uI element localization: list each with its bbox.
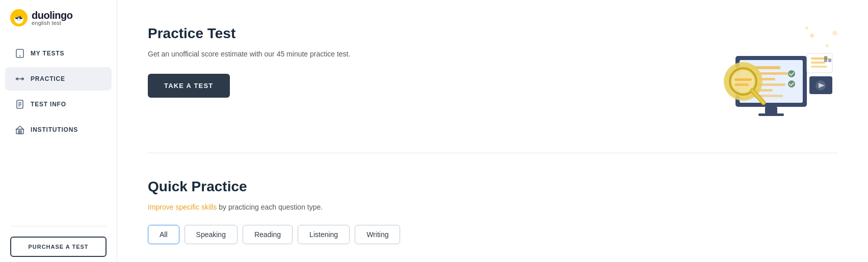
sidebar-item-practice-label: PRACTICE (31, 75, 65, 82)
logo-text: duolingo english test (32, 10, 72, 26)
quick-practice-title: Quick Practice (148, 179, 837, 195)
logo-name: duolingo (32, 10, 72, 20)
svg-rect-57 (828, 59, 831, 62)
logo-subtitle: english test (32, 20, 72, 26)
svg-point-39 (788, 70, 795, 77)
quick-practice-section: Quick Practice Improve specific skills b… (148, 179, 837, 244)
filter-btn-writing[interactable]: Writing (355, 225, 400, 244)
svg-rect-15 (22, 77, 23, 80)
quick-practice-highlight: Improve specific skills (148, 203, 217, 211)
tablet-icon (15, 49, 24, 58)
svg-point-40 (788, 80, 795, 88)
svg-rect-48 (734, 83, 749, 86)
sidebar-item-practice[interactable]: PRACTICE (5, 67, 112, 91)
practice-test-illustration (685, 25, 837, 127)
svg-rect-55 (811, 66, 827, 68)
practice-test-description: Get an unofficial score estimate with ou… (148, 49, 350, 60)
svg-rect-13 (23, 78, 24, 80)
institution-icon (15, 125, 24, 134)
dumbbell-icon (15, 74, 24, 83)
svg-point-26 (832, 31, 837, 36)
filter-btn-listening[interactable]: Listening (298, 225, 350, 244)
svg-point-24 (810, 34, 814, 38)
duolingo-logo-icon (10, 9, 28, 26)
main-content: Practice Test Get an unofficial score es… (117, 0, 868, 262)
svg-rect-14 (17, 77, 18, 80)
svg-point-25 (826, 44, 829, 47)
svg-rect-12 (16, 78, 17, 80)
filter-buttons: All Speaking Reading Listening Writing (148, 225, 837, 244)
sidebar-divider (10, 226, 107, 226)
filter-btn-speaking[interactable]: Speaking (185, 225, 238, 244)
logo: duolingo english test (0, 0, 117, 36)
svg-rect-22 (18, 131, 20, 134)
svg-rect-47 (734, 78, 752, 81)
practice-test-title: Practice Test (148, 25, 350, 42)
practice-test-content: Practice Test Get an unofficial score es… (148, 25, 350, 98)
svg-rect-54 (811, 62, 825, 64)
svg-rect-23 (20, 131, 22, 134)
practice-test-section: Practice Test Get an unofficial score es… (148, 25, 837, 153)
illustration-svg (685, 25, 837, 127)
sidebar-item-my-tests[interactable]: MY TESTS (5, 42, 112, 65)
sidebar-item-my-tests-label: MY TESTS (31, 50, 64, 57)
filter-btn-all[interactable]: All (148, 225, 179, 244)
svg-marker-21 (16, 126, 23, 129)
svg-rect-31 (765, 107, 777, 114)
sidebar-item-institutions[interactable]: INSTITUTIONS (5, 118, 112, 141)
sidebar-item-test-info-label: TEST INFO (31, 101, 66, 108)
svg-rect-32 (758, 113, 784, 116)
sidebar-item-institutions-label: INSTITUTIONS (31, 126, 78, 133)
document-icon (15, 100, 24, 109)
sidebar: duolingo english test MY TESTS PRACTICE (0, 0, 117, 262)
purchase-test-button[interactable]: PURCHASE A TEST (10, 237, 107, 257)
svg-rect-56 (824, 56, 827, 62)
filter-btn-reading[interactable]: Reading (243, 225, 293, 244)
take-test-button[interactable]: TAKE A TEST (148, 74, 230, 98)
svg-point-28 (805, 26, 808, 30)
sidebar-item-test-info[interactable]: TEST INFO (5, 93, 112, 116)
sidebar-nav: MY TESTS PRACTICE TEST INFO (0, 36, 117, 221)
quick-practice-description: Improve specific skills by practicing ea… (148, 202, 837, 213)
